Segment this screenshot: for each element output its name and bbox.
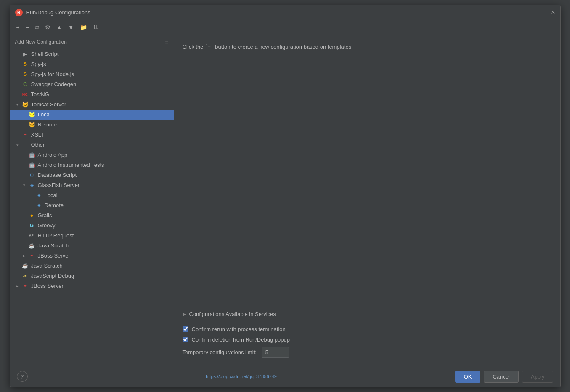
- spy-js-node-icon: S: [22, 71, 29, 78]
- temp-config-label: Temporary configurations limit:: [183, 349, 257, 355]
- temp-config-row: Temporary configurations limit:: [183, 347, 552, 358]
- main-content: Add New Configuration ≡ ▶ Shell Script S…: [10, 35, 560, 366]
- glassfish-local-label: Local: [45, 192, 58, 198]
- tree-item-android-tests[interactable]: 🤖 Android Instrumented Tests: [10, 160, 174, 170]
- checkbox-row-1: Confirm rerun with process termination: [183, 326, 552, 332]
- spy-js-label: Spy-js: [31, 61, 46, 67]
- left-panel-header: Add New Configuration ≡: [10, 35, 174, 49]
- groovy-label: Groovy: [38, 222, 56, 229]
- close-button[interactable]: ×: [551, 9, 555, 16]
- tomcat-local-label: Local: [38, 111, 51, 118]
- java-scratch2-label: Java Scratch: [31, 263, 63, 269]
- tree-container[interactable]: ▶ Shell Script S Spy-js S Spy-js for Nod…: [10, 49, 174, 366]
- temp-config-input[interactable]: [262, 347, 289, 358]
- help-button[interactable]: ?: [17, 371, 28, 382]
- chevron-placeholder: [22, 243, 27, 248]
- chevron-placeholder: [15, 92, 20, 97]
- tree-item-java-scratch[interactable]: ☕ Java Scratch: [10, 241, 174, 251]
- add-button[interactable]: +: [14, 23, 22, 32]
- configurations-section[interactable]: ▶ Configurations Available in Services: [183, 309, 552, 319]
- grails-icon: ●: [29, 212, 35, 219]
- http-request-label: HTTP Request: [38, 232, 74, 239]
- tree-item-tomcat-remote[interactable]: 🐱 Remote: [10, 120, 174, 130]
- title-bar: R Run/Debug Configurations ×: [10, 5, 560, 20]
- tree-item-grails[interactable]: ● Grails: [10, 210, 174, 221]
- other-label: Other: [31, 142, 45, 148]
- other-icon: [22, 142, 29, 148]
- tree-item-jboss-server[interactable]: ▸ ✦ JBoss Server: [10, 251, 174, 261]
- database-script-label: Database Script: [38, 172, 77, 178]
- glassfish-server-label: GlassFish Server: [38, 182, 80, 188]
- chevron-placeholder: [22, 112, 27, 117]
- tree-item-jboss-server2[interactable]: ▸ ✦ JBoss Server: [10, 281, 174, 291]
- tree-item-glassfish-local[interactable]: ◈ Local: [10, 190, 174, 200]
- chevron-placeholder: [15, 132, 20, 137]
- settings-button[interactable]: ⚙: [43, 23, 53, 32]
- confirm-rerun-checkbox[interactable]: [183, 326, 188, 332]
- checkbox-row-2: Confirm deletion from Run/Debug popup: [183, 337, 552, 343]
- tree-item-xslt[interactable]: ✦ XSLT: [10, 130, 174, 140]
- tree-item-spy-js-node[interactable]: S Spy-js for Node.js: [10, 69, 174, 79]
- title-bar-left: R Run/Debug Configurations: [15, 9, 90, 16]
- tree-item-tomcat-server[interactable]: ▾ 🐱 Tomcat Server: [10, 100, 174, 110]
- apply-button[interactable]: Apply: [522, 371, 554, 383]
- tree-item-http-request[interactable]: API HTTP Request: [10, 231, 174, 241]
- section-label: Configurations Available in Services: [189, 311, 276, 317]
- app-icon: R: [15, 9, 23, 16]
- android-app-label: Android App: [38, 152, 68, 158]
- cancel-button[interactable]: Cancel: [484, 371, 518, 383]
- move-up-button[interactable]: ▲: [54, 23, 64, 32]
- tree-item-database-script[interactable]: ⊞ Database Script: [10, 170, 174, 180]
- glassfish-chevron: ▾: [22, 183, 27, 188]
- testng-label: TestNG: [31, 91, 49, 97]
- sort-button[interactable]: ⇅: [91, 23, 100, 32]
- tree-item-java-scratch2[interactable]: ☕ Java Scratch: [10, 261, 174, 271]
- move-down-button[interactable]: ▼: [66, 23, 76, 32]
- xslt-icon: ✦: [22, 132, 29, 138]
- swagger-icon: ⬡: [22, 81, 29, 88]
- chevron-placeholder: [22, 173, 27, 178]
- chevron-placeholder: [29, 203, 34, 208]
- javascript-debug-icon: JS: [22, 273, 29, 279]
- tomcat-server-label: Tomcat Server: [31, 101, 66, 108]
- chevron-placeholder: [22, 163, 27, 168]
- java-scratch-label: Java Scratch: [38, 242, 69, 249]
- tree-item-javascript-debug[interactable]: JS JavaScript Debug: [10, 271, 174, 281]
- java-scratch-icon: ☕: [29, 242, 35, 249]
- ok-button[interactable]: OK: [455, 371, 481, 383]
- chevron-placeholder: [15, 72, 20, 77]
- remove-button[interactable]: −: [24, 23, 31, 32]
- copy-button[interactable]: ⧉: [33, 23, 41, 32]
- tree-item-tomcat-local[interactable]: 🐱 Local: [10, 110, 174, 120]
- java-scratch2-icon: ☕: [22, 263, 29, 269]
- tree-item-testng[interactable]: NG TestNG: [10, 89, 174, 100]
- chevron-placeholder: [15, 52, 20, 57]
- tree-item-swagger[interactable]: ⬡ Swagger Codegen: [10, 79, 174, 89]
- jboss-chevron: ▸: [22, 253, 27, 258]
- tomcat-remote-icon: 🐱: [29, 121, 35, 128]
- glassfish-remote-label: Remote: [45, 202, 64, 208]
- chevron-placeholder: [15, 274, 20, 279]
- tree-item-groovy[interactable]: G Groovy: [10, 221, 174, 231]
- chevron-placeholder: [22, 153, 27, 158]
- chevron-placeholder: [22, 233, 27, 238]
- tree-item-spy-js[interactable]: S Spy-js: [10, 59, 174, 69]
- tree-item-glassfish-server[interactable]: ▾ ◈ GlassFish Server: [10, 180, 174, 190]
- confirm-deletion-checkbox[interactable]: [183, 337, 188, 342]
- swagger-label: Swagger Codegen: [31, 81, 77, 87]
- groovy-icon: G: [29, 222, 35, 229]
- filter-icon[interactable]: ≡: [165, 39, 168, 45]
- glassfish-server-icon: ◈: [29, 182, 35, 189]
- tree-item-android-app[interactable]: 🤖 Android App: [10, 150, 174, 160]
- tree-item-other[interactable]: ▾ Other: [10, 140, 174, 150]
- android-tests-icon: 🤖: [29, 162, 35, 168]
- tree-item-shell-script[interactable]: ▶ Shell Script: [10, 49, 174, 59]
- android-tests-label: Android Instrumented Tests: [38, 162, 104, 168]
- glassfish-remote-icon: ◈: [35, 202, 42, 209]
- hint-text-after: button to create a new configuration bas…: [215, 44, 351, 50]
- confirm-rerun-label: Confirm rerun with process termination: [192, 326, 286, 332]
- folder-button[interactable]: 📁: [78, 23, 89, 32]
- hint-container: Click the + button to create a new confi…: [183, 44, 552, 50]
- chevron-placeholder: [22, 213, 27, 218]
- tree-item-glassfish-remote[interactable]: ◈ Remote: [10, 200, 174, 210]
